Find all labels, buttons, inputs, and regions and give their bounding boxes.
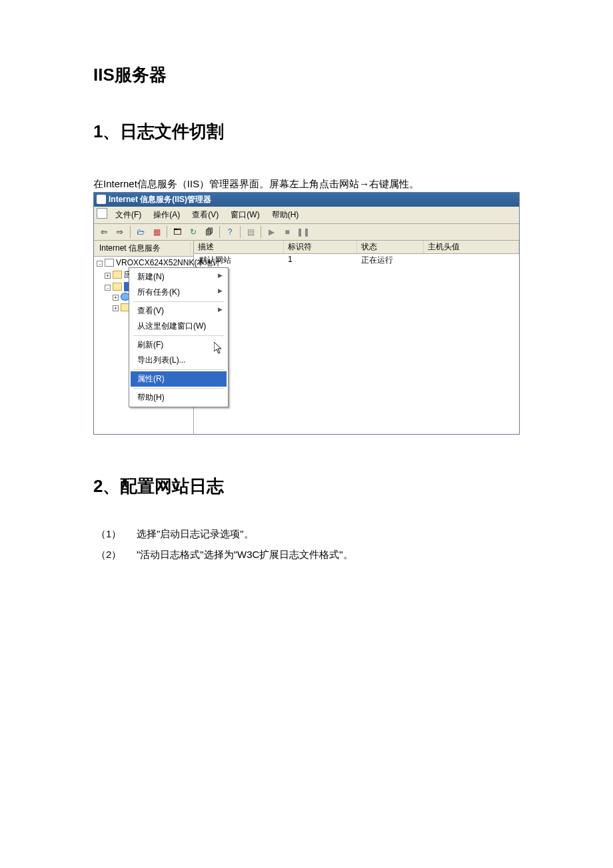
section-2-title: 2、配置网站日志	[93, 475, 520, 498]
section-1-title: 1、日志文件切割	[93, 120, 520, 143]
back-icon[interactable]: ⇦	[97, 225, 111, 239]
menu-view[interactable]: 查看(V)	[131, 303, 227, 319]
list-item-num: （1）	[93, 528, 137, 541]
tree-header: Internet 信息服务	[94, 241, 193, 257]
window-titlebar: Internet 信息服务(IIS)管理器	[94, 193, 519, 207]
section-1-intro: 在Internet信息服务（IIS）管理器界面。屏幕左上角点击网站→右键属性。	[93, 177, 520, 192]
col-host[interactable]: 主机头值	[424, 241, 519, 253]
menu-divider	[133, 388, 224, 389]
expand-icon[interactable]: -	[97, 261, 103, 267]
col-desc[interactable]: 描述	[194, 241, 284, 253]
expand-icon[interactable]: +	[113, 295, 119, 301]
menu-properties[interactable]: 属性(R)	[131, 371, 227, 387]
separator	[261, 226, 261, 238]
refresh-icon[interactable]: ↻	[186, 225, 201, 239]
expand-icon[interactable]: +	[113, 305, 119, 311]
menu-help[interactable]: 帮助(H)	[131, 390, 227, 405]
list-header: 描述 标识符 状态 主机头值	[194, 241, 519, 254]
spacer-icon: ▤	[243, 225, 258, 239]
tree-header-label: Internet 信息服务	[97, 242, 191, 255]
pause-icon[interactable]: ❚❚	[296, 225, 310, 239]
separator	[167, 226, 167, 238]
computer-icon	[105, 259, 114, 267]
properties-icon[interactable]: 🗔	[170, 225, 185, 239]
toolbar: ⇦ ⇨ 🗁 ▦ 🗔 ↻ 🗐 ? ▤ ▶ ■ ❚❚	[94, 224, 519, 241]
menu-export-list[interactable]: 导出列表(L)...	[131, 353, 227, 368]
menu-view[interactable]: 查看(V)	[188, 208, 225, 222]
folder-icon	[113, 283, 122, 291]
list-item-text: 选择"启动日志记录选项"。	[137, 528, 254, 541]
expand-icon[interactable]: -	[105, 285, 111, 291]
menu-divider	[133, 301, 224, 302]
menu-help[interactable]: 帮助(H)	[268, 208, 306, 222]
help-icon[interactable]: ?	[223, 225, 237, 239]
col-status[interactable]: 状态	[357, 241, 424, 253]
menubar: 文件(F) 操作(A) 查看(V) 窗口(W) 帮助(H)	[94, 207, 519, 224]
cursor-icon	[214, 342, 225, 354]
separator	[219, 226, 220, 238]
folder-icon	[113, 271, 122, 279]
iis-manager-window: Internet 信息服务(IIS)管理器 文件(F) 操作(A) 查看(V) …	[93, 192, 520, 435]
expand-icon[interactable]: +	[105, 273, 111, 279]
page-title: IIS服务器	[93, 63, 520, 87]
stop-icon[interactable]: ■	[280, 225, 295, 239]
play-icon[interactable]: ▶	[264, 225, 279, 239]
menu-new-window[interactable]: 从这里创建窗口(W)	[131, 319, 227, 334]
col-id[interactable]: 标识符	[284, 241, 357, 253]
list-row[interactable]: 默认网站 1 正在运行	[194, 254, 519, 267]
cell-status: 正在运行	[357, 255, 424, 266]
menu-action[interactable]: 操作(A)	[149, 208, 187, 222]
menu-all-tasks[interactable]: 所有任务(K)	[131, 285, 227, 300]
export-icon[interactable]: 🗐	[202, 225, 217, 239]
grid-icon[interactable]: ▦	[149, 225, 164, 239]
list-item-2: （2） "活动日志格式"选择为"W3C扩展日志文件格式"。	[93, 549, 520, 561]
menu-new[interactable]: 新建(N)	[131, 269, 227, 285]
list-pane: 描述 标识符 状态 主机头值 默认网站 1 正在运行	[194, 241, 519, 434]
list-item-1: （1） 选择"启动日志记录选项"。	[93, 528, 520, 541]
window-title-text: Internet 信息服务(IIS)管理器	[109, 194, 211, 205]
forward-icon[interactable]: ⇨	[113, 225, 127, 239]
context-menu: 新建(N) 所有任务(K) 查看(V) 从这里创建窗口(W) 刷新(F) 导出列…	[129, 267, 229, 407]
menu-refresh[interactable]: 刷新(F)	[131, 337, 227, 353]
list-item-text: "活动日志格式"选择为"W3C扩展日志文件格式"。	[137, 549, 353, 561]
separator	[240, 226, 241, 238]
cell-id: 1	[284, 255, 357, 266]
menu-icon	[97, 208, 107, 219]
separator	[130, 226, 131, 238]
tree-pane: Internet 信息服务 -VROXCX624X52NNK(本地计 +应用程序…	[94, 241, 194, 434]
menu-divider	[133, 335, 224, 336]
up-icon[interactable]: 🗁	[133, 225, 148, 239]
list-item-num: （2）	[93, 549, 137, 561]
menu-window[interactable]: 窗口(W)	[227, 208, 266, 222]
tree-root-label: VROXCX624X52NNK(本地计	[116, 258, 221, 267]
app-icon	[97, 195, 106, 204]
cell-host	[424, 255, 519, 266]
menu-file[interactable]: 文件(F)	[111, 208, 148, 222]
menu-divider	[133, 369, 224, 370]
